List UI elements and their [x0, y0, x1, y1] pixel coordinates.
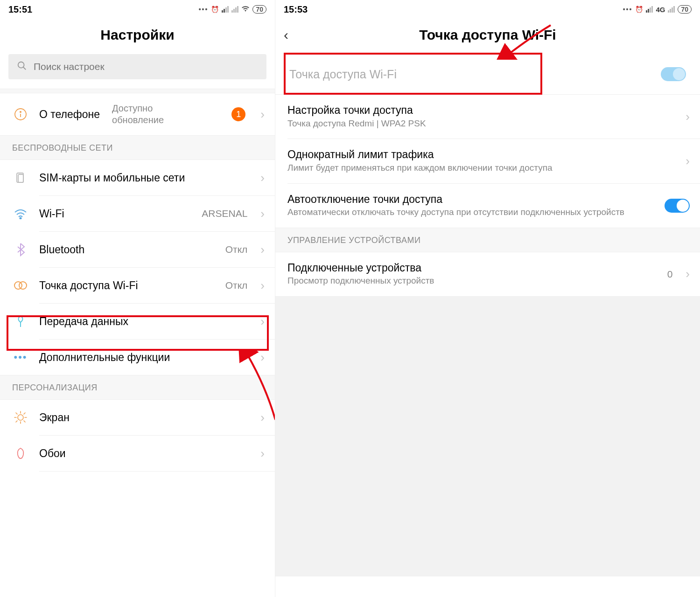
chevron-right-icon: › [260, 446, 265, 461]
info-icon [12, 106, 29, 123]
signal-icon [646, 6, 653, 13]
display-icon [12, 409, 29, 426]
row-display[interactable]: Экран › [0, 400, 275, 435]
chevron-right-icon: › [260, 207, 265, 221]
clock: 15:51 [8, 4, 32, 15]
row-about-phone[interactable]: О телефоне Доступно обновление 1 › [0, 93, 275, 135]
chevron-right-icon: › [686, 267, 690, 281]
row-sim[interactable]: SIM-карты и мобильные сети › [0, 160, 275, 195]
hotspot-toggle[interactable] [661, 67, 686, 81]
svg-line-18 [24, 413, 25, 414]
chevron-right-icon: › [260, 350, 265, 365]
section-devices: УПРАВЛЕНИЕ УСТРОЙСТВАМИ [275, 228, 700, 252]
connected-sub: Просмотр подключенных устройств [287, 275, 657, 287]
page-title: Точка доступа Wi-Fi [284, 27, 692, 43]
svg-line-16 [24, 421, 25, 422]
row-hotspot[interactable]: Точка доступа Wi-Fi Откл › [0, 268, 275, 303]
svg-line-15 [16, 413, 17, 414]
signal-icon-2 [231, 6, 238, 13]
bluetooth-value: Откл [225, 244, 248, 255]
svg-point-9 [19, 282, 27, 289]
hotspot-toggle-label: Точка доступа Wi-Fi [289, 68, 397, 81]
display-label: Экран [39, 411, 70, 423]
sim-label: SIM-карты и мобильные сети [39, 172, 185, 184]
page-title: Настройки [0, 17, 275, 54]
wifi-value: ARSENAL [202, 208, 247, 219]
more-label: Дополнительные функции [39, 351, 170, 363]
more-icon: ••• [623, 6, 633, 13]
status-icons: ••• ⏰ 70 [199, 5, 266, 14]
battery-icon: 70 [252, 5, 266, 14]
row-data[interactable]: Передача данных › [0, 304, 275, 339]
signal-icon [222, 6, 229, 13]
about-label: О телефоне [39, 108, 100, 121]
row-wallpaper[interactable]: Обои › [0, 436, 275, 471]
chevron-right-icon: › [260, 243, 265, 257]
data-icon [12, 313, 29, 330]
wifi-icon [12, 205, 29, 222]
limit-sub: Лимит будет применяться при каждом включ… [287, 162, 675, 174]
svg-line-1 [23, 67, 26, 70]
network-type: 4G [656, 6, 665, 14]
wifi-label: Wi-Fi [39, 208, 64, 220]
row-wifi[interactable]: Wi-Fi ARSENAL › [0, 196, 275, 231]
connected-value: 0 [667, 269, 673, 280]
row-limit[interactable]: Однократный лимит трафика Лимит будет пр… [275, 139, 700, 183]
more-icon: ••• [199, 6, 209, 13]
status-bar: 15:53 ••• ⏰ 4G 70 [275, 0, 700, 17]
svg-line-17 [16, 421, 17, 422]
svg-point-10 [18, 415, 23, 420]
search-icon [17, 61, 27, 73]
wifi-icon [241, 6, 250, 14]
svg-rect-6 [18, 174, 23, 182]
search-bar[interactable] [8, 54, 266, 79]
row-hotspot-setup[interactable]: Настройка точки доступа Точка доступа Re… [275, 95, 700, 139]
data-label: Передача данных [39, 315, 128, 327]
chevron-right-icon: › [260, 171, 265, 185]
chevron-right-icon: › [260, 107, 265, 122]
chevron-right-icon: › [260, 410, 265, 425]
phone-settings: 15:51 ••• ⏰ 70 Настройки О телефоне Дост… [0, 0, 275, 597]
row-bluetooth[interactable]: Bluetooth Откл › [0, 232, 275, 267]
autooff-label: Автоотключение точки доступа [287, 193, 654, 206]
wallpaper-icon [12, 445, 29, 462]
battery-icon: 70 [678, 5, 692, 14]
more-icon: ••• [12, 349, 29, 366]
row-more[interactable]: ••• Дополнительные функции › [0, 340, 275, 375]
row-hotspot-toggle[interactable]: Точка доступа Wi-Fi [275, 54, 700, 94]
hotspot-label: Точка доступа Wi-Fi [39, 279, 138, 292]
bluetooth-label: Bluetooth [39, 243, 84, 256]
autooff-sub: Автоматически отключать точку доступа пр… [287, 207, 654, 218]
sim-icon [12, 169, 29, 186]
phone-hotspot: 15:53 ••• ⏰ 4G 70 ‹ Точка доступа Wi-Fi … [275, 0, 700, 597]
row-auto-off[interactable]: Автоотключение точки доступа Автоматичес… [275, 184, 700, 228]
hotspot-icon [12, 277, 29, 294]
alarm-icon: ⏰ [635, 6, 643, 13]
header: ‹ Точка доступа Wi-Fi [275, 17, 700, 54]
svg-point-7 [20, 218, 21, 219]
clock: 15:53 [284, 4, 308, 15]
section-personal: ПЕРСОНАЛИЗАЦИЯ [0, 375, 275, 400]
setup-sub: Точка доступа Redmi | WPA2 PSK [287, 118, 675, 130]
limit-label: Однократный лимит трафика [287, 148, 675, 161]
alarm-icon: ⏰ [211, 6, 219, 13]
chevron-right-icon: › [686, 110, 690, 124]
chevron-right-icon: › [260, 314, 265, 329]
svg-point-0 [18, 62, 24, 68]
status-icons: ••• ⏰ 4G 70 [623, 5, 692, 14]
hotspot-value: Откл [225, 280, 248, 291]
row-connected[interactable]: Подключенные устройства Просмотр подключ… [275, 252, 700, 296]
chevron-right-icon: › [686, 154, 690, 168]
signal-icon-2 [668, 6, 675, 13]
bluetooth-icon [12, 241, 29, 258]
update-badge: 1 [231, 107, 245, 121]
chevron-right-icon: › [260, 278, 265, 293]
setup-label: Настройка точки доступа [287, 104, 675, 117]
status-bar: 15:51 ••• ⏰ 70 [0, 0, 275, 17]
svg-point-3 [20, 111, 21, 112]
autooff-toggle[interactable] [665, 199, 690, 213]
section-wireless: БЕСПРОВОДНЫЕ СЕТИ [0, 135, 275, 160]
connected-label: Подключенные устройства [287, 262, 657, 275]
wallpaper-label: Обои [39, 447, 66, 459]
search-input[interactable] [34, 61, 258, 72]
